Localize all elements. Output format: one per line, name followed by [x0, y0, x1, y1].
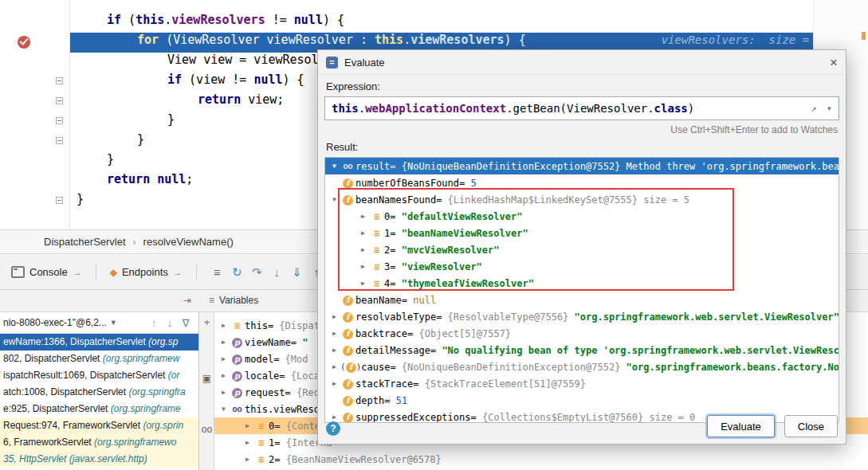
tree-toggle-icon[interactable]: ▶ [242, 456, 253, 463]
tree-toggle-icon[interactable]: ▶ [218, 355, 230, 362]
frame-row[interactable]: 6, FrameworkServlet (org.springframewo [0, 434, 198, 451]
help-icon[interactable]: ? [326, 421, 340, 436]
tree-toggle-icon[interactable]: ▼ [328, 163, 340, 170]
editor-gutter[interactable] [0, 0, 70, 229]
frame-row[interactable]: Request:974, FrameworkServlet (org.sprin [0, 417, 198, 434]
tree-toggle-icon[interactable]: ▶ [357, 263, 369, 270]
variable-name: beanName [355, 295, 402, 306]
expression-input[interactable]: this.webApplicationContext.getBean(ViewR… [324, 96, 839, 120]
frame-row[interactable]: ispatchResult:1069, DispatcherServlet (o… [0, 367, 198, 384]
result-row[interactable]: ▶≡2 = "mvcViewResolver" [325, 241, 839, 258]
frame-row[interactable]: 35, HttpServlet (javax.servlet.http) [0, 451, 198, 468]
fold-marker-icon[interactable] [56, 97, 63, 104]
expression-dropdown-icon[interactable]: ▾ [827, 103, 832, 114]
watches-icon[interactable]: oo [199, 424, 214, 435]
tab-endpoints[interactable]: ◆ Endpoints → [107, 266, 186, 278]
add-watch-icon[interactable]: + [199, 317, 214, 328]
field-icon: f [340, 411, 355, 423]
thread-dropdown[interactable]: nio-8080-exec-1"@6,2... [3, 317, 107, 328]
copy-stack-icon[interactable]: ▣ [199, 373, 214, 384]
result-row[interactable]: ▶(f)cause = {NoUniqueBeanDefinitionExcep… [325, 358, 839, 375]
tree-toggle-icon[interactable]: ▶ [357, 229, 369, 237]
tree-toggle-icon[interactable]: ▶ [357, 213, 369, 220]
result-row[interactable]: fnumberOfBeansFound = 5 [325, 174, 839, 191]
fold-marker-icon[interactable] [56, 77, 63, 84]
result-row[interactable]: ▶≡0 = "defaultViewResolver" [325, 208, 839, 225]
result-row[interactable]: ▶fbacktrace = {Object[5]@7557} [325, 325, 839, 342]
frame-row[interactable]: e:925, DispatcherServlet (org.springfram… [0, 401, 198, 417]
result-tree[interactable]: ▼ooresult = {NoUniqueBeanDefinitionExcep… [324, 157, 839, 423]
variables-menu-icon[interactable]: ≡ [209, 295, 214, 306]
variable-value: = {LinkedHashMap$LinkedKeySet@7555} size… [436, 194, 689, 206]
result-row[interactable]: ▶≡3 = "viewResolver" [325, 258, 839, 275]
result-row[interactable]: ▶≡1 = "beanNameViewResolver" [325, 225, 839, 241]
frame-down-icon[interactable]: ↓ [162, 317, 178, 329]
variable-name: detailMessage [355, 345, 430, 356]
breadcrumb-class[interactable]: DispatcherServlet [44, 236, 126, 248]
warning-stripe-mark[interactable] [862, 32, 866, 40]
console-tab-label: Console [29, 266, 68, 278]
tab-console[interactable]: Console → [8, 266, 85, 278]
settings-menu-icon[interactable]: ≡ [207, 265, 227, 279]
tree-toggle-icon[interactable]: ▶ [218, 339, 230, 346]
frame-up-icon[interactable]: ↑ [146, 317, 162, 329]
filter-frames-icon[interactable]: ∇ [178, 317, 194, 329]
result-row[interactable]: ▶≡4 = "thymeleafViewResolver" [325, 275, 839, 292]
tree-toggle-icon[interactable]: ▶ [218, 322, 230, 329]
fold-marker-icon[interactable] [56, 137, 63, 144]
tree-toggle-icon[interactable]: ▶ [242, 439, 253, 446]
hide-panel-icon[interactable]: ⇥ [183, 295, 191, 306]
variable-value: = {Object[5]@7557} [407, 328, 511, 339]
tab-arrow-icon[interactable]: → [173, 267, 183, 278]
result-row[interactable]: ▶fstackTrace = {StackTraceElement[51]@75… [325, 375, 839, 392]
frame-row[interactable]: atch:1008, DispatcherServlet (org.spring… [0, 384, 198, 401]
parameter-icon: p [230, 336, 245, 348]
code-line[interactable]: if (this.viewResolvers != null) { [70, 13, 813, 33]
tree-toggle-icon[interactable]: ▶ [242, 422, 253, 429]
tree-toggle-icon[interactable]: ▶ [328, 363, 340, 370]
array-item-icon: ≡ [230, 320, 245, 331]
result-row[interactable]: fdepth = 51 [325, 392, 839, 409]
fold-marker-icon[interactable] [56, 117, 63, 124]
tab-arrow-icon[interactable]: → [73, 267, 82, 278]
close-button[interactable]: Close [784, 415, 838, 437]
array-item-icon: ≡ [369, 211, 384, 222]
breakpoint-icon[interactable] [18, 36, 30, 49]
tree-toggle-icon[interactable]: ▶ [328, 380, 340, 387]
frame-row[interactable]: 802, DispatcherServlet (org.springframew [0, 351, 198, 367]
result-row[interactable]: ▼ooresult = {NoUniqueBeanDefinitionExcep… [325, 158, 839, 174]
variable-name: 2 [384, 245, 390, 256]
tree-toggle-icon[interactable]: ▶ [328, 413, 340, 421]
tree-toggle-icon[interactable]: ▶ [357, 246, 369, 253]
tree-toggle-icon[interactable]: ▼ [328, 196, 340, 203]
step-into-icon[interactable]: ↓ [267, 265, 287, 279]
variable-name: numberOfBeansFound [355, 178, 459, 189]
variable-name: 0 [269, 421, 274, 432]
variable-row[interactable]: ▶≡2 = {BeanNameViewResolver@6578} [214, 451, 868, 468]
breadcrumb-method[interactable]: resolveViewName() [143, 236, 234, 248]
dialog-title-bar[interactable]: = Evaluate × [318, 50, 846, 75]
show-execution-point-icon[interactable]: ↻ [227, 265, 247, 280]
result-row[interactable]: ▼fbeanNamesFound = {LinkedHashMap$Linked… [325, 191, 839, 208]
frame-row[interactable]: ewName:1366, DispatcherServlet (org.sp [0, 334, 198, 351]
result-row[interactable]: ▶fdetailMessage = "No qualifying bean of… [325, 342, 839, 358]
tree-toggle-icon[interactable]: ▶ [218, 372, 230, 379]
tree-toggle-icon[interactable]: ▶ [218, 389, 230, 396]
tree-toggle-icon[interactable]: ▶ [328, 347, 340, 354]
close-icon[interactable]: × [830, 56, 838, 69]
fold-marker-icon[interactable] [56, 197, 63, 204]
debugger-side-strip: +▣oo [199, 312, 214, 470]
force-step-into-icon[interactable]: ⇓ [287, 265, 307, 280]
result-row[interactable]: fbeanName = null [325, 292, 839, 308]
tree-toggle-icon[interactable]: ▼ [218, 405, 230, 413]
evaluate-button[interactable]: Evaluate [707, 415, 775, 437]
tree-toggle-icon[interactable]: ▶ [328, 330, 340, 337]
step-over-icon[interactable]: ↷ [247, 265, 267, 280]
expand-editor-icon[interactable]: ↗ [811, 103, 817, 114]
watches-hint: Use Ctrl+Shift+Enter to add to Watches [326, 124, 838, 135]
chevron-down-icon[interactable]: ▼ [110, 319, 117, 327]
result-row[interactable]: ▶fresolvableType = {ResolvableType@7556}… [325, 308, 839, 325]
tree-toggle-icon[interactable]: ▶ [357, 280, 369, 287]
breadcrumb-separator: › [133, 237, 136, 248]
tree-toggle-icon[interactable]: ▶ [328, 313, 340, 320]
